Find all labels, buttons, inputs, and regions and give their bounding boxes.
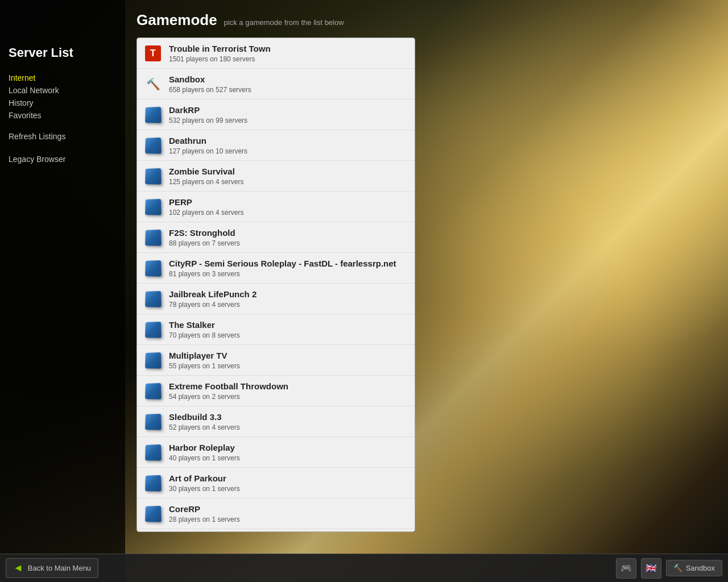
sidebar-item-favorites[interactable]: Favorites bbox=[9, 109, 117, 122]
gamemode-stats: 40 players on 1 servers bbox=[169, 454, 408, 462]
gamemode-name: DarkRP bbox=[169, 105, 408, 115]
page-title: Gamemode bbox=[136, 11, 217, 29]
gamemode-stats: 54 players on 2 servers bbox=[169, 393, 408, 401]
sidebar: Server List Internet Local Network Histo… bbox=[0, 0, 125, 582]
list-item[interactable]: Zombie Survival 125 players on 4 servers bbox=[137, 161, 415, 192]
bottom-bar: ◄ Back to Main Menu 🎮 🇬🇧 🔨 Sandbox bbox=[0, 554, 728, 582]
gamemode-name: Deathrun bbox=[169, 136, 408, 146]
cube-icon bbox=[144, 382, 162, 400]
gamemode-name: F2S: Stronghold bbox=[169, 228, 408, 238]
sidebar-item-local-network[interactable]: Local Network bbox=[9, 84, 117, 97]
cube-icon bbox=[144, 136, 162, 155]
sandbox-label: Sandbox bbox=[686, 564, 715, 572]
list-item[interactable]: Jailbreak LifePunch 2 78 players on 4 se… bbox=[137, 284, 415, 314]
sidebar-title: Server List bbox=[9, 45, 117, 60]
gamemode-name: PERP bbox=[169, 197, 408, 207]
gamemode-name: The Stalker bbox=[169, 320, 408, 330]
gamemode-name: Trouble in Terrorist Town bbox=[169, 44, 408, 54]
gamemode-name: Harbor Roleplay bbox=[169, 443, 408, 453]
ttt-icon: T bbox=[144, 44, 162, 63]
list-item[interactable]: CityRP - Semi Serious Roleplay - FastDL … bbox=[137, 253, 415, 284]
list-item[interactable]: Deathrun 127 players on 10 servers bbox=[137, 130, 415, 161]
gamemode-name: Jailbreak LifePunch 2 bbox=[169, 289, 408, 300]
cube-icon bbox=[144, 167, 162, 185]
page-subtitle: pick a gamemode from the list below bbox=[224, 18, 344, 27]
flag-icon: 🇬🇧 bbox=[646, 563, 657, 573]
sandbox-icon: 🔨 bbox=[144, 75, 162, 93]
gamemode-stats: 658 players on 527 servers bbox=[169, 86, 408, 94]
gamemode-name: Art of Parkour bbox=[169, 473, 408, 484]
gamemode-stats: 1501 players on 180 servers bbox=[169, 55, 408, 63]
gamemode-name: CoreRP bbox=[169, 504, 408, 514]
sidebar-item-internet[interactable]: Internet bbox=[9, 72, 117, 84]
nav-section: Internet Local Network History Favorites bbox=[9, 72, 117, 122]
gamemode-name: CityRP - Semi Serious Roleplay - FastDL … bbox=[169, 259, 408, 269]
list-item[interactable]: DarkRP 532 players on 99 servers bbox=[137, 99, 415, 130]
list-item[interactable]: The Stalker 70 players on 8 servers bbox=[137, 314, 415, 345]
gamemode-stats: 81 players on 3 servers bbox=[169, 270, 408, 278]
back-button-label: Back to Main Menu bbox=[28, 564, 91, 572]
list-item[interactable]: Extreme Football Throwdown 54 players on… bbox=[137, 376, 415, 406]
cube-icon bbox=[144, 351, 162, 369]
cube-icon bbox=[144, 505, 162, 523]
list-item[interactable]: T Trouble in Terrorist Town 1501 players… bbox=[137, 38, 415, 69]
cube-icon bbox=[144, 413, 162, 431]
list-item[interactable]: PERP 102 players on 4 servers bbox=[137, 192, 415, 222]
gamemode-stats: 532 players on 99 servers bbox=[169, 117, 408, 124]
gamemode-stats: 52 players on 4 servers bbox=[169, 423, 408, 431]
cube-icon bbox=[144, 228, 162, 247]
list-item[interactable]: Harbor Roleplay 40 players on 1 servers bbox=[137, 437, 415, 468]
cube-icon bbox=[144, 443, 162, 462]
cube-icon bbox=[144, 474, 162, 492]
cube-icon bbox=[144, 321, 162, 339]
gamemode-name: Zombie Survival bbox=[169, 167, 408, 177]
gamepad-button[interactable]: 🎮 bbox=[616, 558, 636, 579]
list-item[interactable]: 🔨 Sandbox 658 players on 527 servers bbox=[137, 69, 415, 99]
list-item[interactable]: CoreRP 28 players on 1 servers bbox=[137, 498, 415, 529]
cube-icon bbox=[144, 290, 162, 308]
gamemode-stats: 88 players on 7 servers bbox=[169, 239, 408, 247]
cube-icon bbox=[144, 198, 162, 216]
gamemode-name: Sandbox bbox=[169, 74, 408, 85]
main-content: Gamemode pick a gamemode from the list b… bbox=[125, 0, 728, 582]
gamemode-name: Multiplayer TV bbox=[169, 351, 408, 361]
gamemode-name: Extreme Football Throwdown bbox=[169, 381, 408, 392]
list-item[interactable]: Multiplayer TV 55 players on 1 servers bbox=[137, 345, 415, 376]
gamemode-list[interactable]: T Trouble in Terrorist Town 1501 players… bbox=[136, 38, 415, 532]
gamemode-stats: 78 players on 4 servers bbox=[169, 301, 408, 309]
cube-icon bbox=[144, 106, 162, 124]
list-item[interactable]: Sledbuild 3.3 52 players on 4 servers bbox=[137, 406, 415, 437]
gamemode-stats: 55 players on 1 servers bbox=[169, 362, 408, 370]
header: Gamemode pick a gamemode from the list b… bbox=[136, 11, 717, 29]
hammer-icon: 🔨 bbox=[673, 564, 682, 572]
gamemode-name: Sledbuild 3.3 bbox=[169, 412, 408, 422]
gamemode-stats: 70 players on 8 servers bbox=[169, 331, 408, 339]
back-arrow-icon: ◄ bbox=[13, 562, 23, 574]
list-item[interactable]: GangWarsRP 28 players on 1 servers bbox=[137, 529, 415, 532]
list-item[interactable]: Art of Parkour 30 players on 1 servers bbox=[137, 468, 415, 498]
language-button[interactable]: 🇬🇧 bbox=[641, 558, 661, 579]
refresh-listings-button[interactable]: Refresh Listings bbox=[9, 130, 117, 143]
gamepad-icon: 🎮 bbox=[621, 563, 632, 573]
gamemode-stats: 127 players on 10 servers bbox=[169, 147, 408, 155]
list-item[interactable]: F2S: Stronghold 88 players on 7 servers bbox=[137, 222, 415, 253]
sidebar-item-history[interactable]: History bbox=[9, 97, 117, 109]
sandbox-button[interactable]: 🔨 Sandbox bbox=[666, 560, 722, 576]
bottom-right-controls: 🎮 🇬🇧 🔨 Sandbox bbox=[616, 558, 722, 579]
back-to-main-menu-button[interactable]: ◄ Back to Main Menu bbox=[6, 558, 98, 578]
gamemode-stats: 30 players on 1 servers bbox=[169, 485, 408, 493]
gamemode-stats: 102 players on 4 servers bbox=[169, 209, 408, 217]
gamemode-stats: 28 players on 1 servers bbox=[169, 516, 408, 523]
gamemode-stats: 125 players on 4 servers bbox=[169, 178, 408, 186]
cube-icon bbox=[144, 259, 162, 277]
legacy-browser-button[interactable]: Legacy Browser bbox=[9, 153, 117, 165]
